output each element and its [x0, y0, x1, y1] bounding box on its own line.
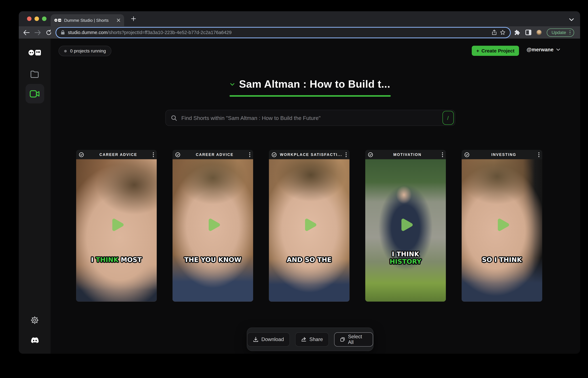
window-controls: [27, 16, 46, 21]
create-project-button[interactable]: + Create Project: [472, 46, 519, 56]
username: @merwane: [527, 47, 553, 53]
projects-running-status: 0 projects running: [58, 46, 112, 56]
search-shortcut-key: /: [442, 111, 454, 125]
bulk-action-bar: Download Share Select All: [247, 327, 374, 351]
short-category: CAREER ADVICE: [182, 152, 247, 157]
project-title-row[interactable]: Sam Altman : How to Build t...: [230, 78, 390, 90]
app-content: 0 projects running + Create Project @mer…: [19, 39, 580, 354]
short-thumbnail[interactable]: I THINKHISTORY: [365, 159, 446, 302]
short-thumbnail[interactable]: SO I THINK: [462, 159, 542, 302]
status-text: 0 projects running: [70, 48, 106, 54]
select-all-button[interactable]: Select All: [334, 332, 373, 346]
short-card-header: CAREER ADVICE: [76, 150, 157, 159]
create-project-label: Create Project: [481, 48, 515, 54]
share-button[interactable]: Share: [295, 332, 329, 346]
toolbar-right-cluster: Update: [514, 28, 576, 37]
short-card-2[interactable]: CAREER ADVICE THE YOU KNOW: [172, 150, 253, 302]
short-caption: I THINK MOST: [76, 256, 157, 264]
check-circle-icon[interactable]: [175, 152, 181, 157]
download-button[interactable]: Download: [247, 332, 290, 346]
shorts-search-bar[interactable]: /: [165, 110, 455, 126]
select-all-icon: [340, 337, 345, 342]
share-page-icon[interactable]: [491, 29, 497, 35]
forward-button[interactable]: [34, 29, 41, 36]
short-card-5[interactable]: INVESTING SO I THINK: [462, 150, 542, 302]
sidebar-item-discord[interactable]: [30, 337, 40, 346]
bookmark-star-icon[interactable]: [500, 29, 505, 35]
main-panel: 0 projects running + Create Project @mer…: [51, 39, 580, 354]
dumme-favicon-icon: [55, 19, 61, 22]
kebab-menu-icon[interactable]: [538, 152, 540, 157]
play-icon[interactable]: [397, 216, 414, 233]
extensions-puzzle-icon[interactable]: [514, 29, 520, 36]
side-panel-icon[interactable]: [525, 29, 531, 35]
short-caption: SO I THINK: [462, 256, 542, 264]
chevron-down-icon: [556, 48, 560, 51]
project-title: Sam Altman : How to Build t...: [239, 78, 390, 90]
short-card-header: WORKPLACE SATISFACTI...: [269, 150, 350, 159]
back-button[interactable]: [22, 29, 30, 36]
title-underline: [230, 95, 391, 97]
chrome-update-button[interactable]: Update: [547, 28, 574, 37]
sidebar-item-shorts-active[interactable]: [25, 84, 44, 103]
sidebar-item-projects[interactable]: [30, 70, 39, 78]
kebab-menu-icon[interactable]: [249, 152, 250, 157]
sidebar-item-settings[interactable]: [30, 316, 39, 326]
new-tab-button[interactable]: [130, 15, 137, 22]
short-card-1[interactable]: CAREER ADVICE I THINK MOST: [76, 150, 157, 302]
gear-icon: [30, 316, 39, 324]
short-caption: THE YOU KNOW: [172, 256, 253, 264]
short-card-3[interactable]: WORKPLACE SATISFACTI... AND SO THE: [269, 150, 350, 302]
browser-window: Dumme Studio | Shorts: [19, 11, 580, 354]
short-category: CAREER ADVICE: [86, 152, 151, 157]
short-thumbnail[interactable]: THE YOU KNOW: [172, 159, 253, 302]
short-thumbnail[interactable]: I THINK MOST: [76, 159, 157, 302]
dumme-logo[interactable]: [28, 50, 41, 55]
url-address-bar[interactable]: studio.dumme.com/shorts?projectId=ff3a3a…: [56, 27, 510, 37]
short-caption: I THINKHISTORY: [365, 250, 446, 265]
desktop: Dumme Studio | Shorts: [0, 0, 588, 378]
minimize-window-button[interactable]: [35, 16, 39, 21]
dumme-logo-circle-icon: [28, 50, 34, 55]
url-domain: studio.dumme.com: [68, 30, 107, 35]
short-thumbnail[interactable]: AND SO THE: [269, 159, 350, 302]
short-card-4[interactable]: MOTIVATION I THINKHISTORY: [365, 150, 446, 302]
play-icon[interactable]: [204, 216, 222, 233]
kebab-menu-icon[interactable]: [153, 152, 154, 157]
tab-search-chevron-icon[interactable]: [569, 16, 574, 23]
select-all-label: Select All: [348, 334, 367, 345]
dumme-logo-square-icon: [35, 50, 41, 55]
close-window-button[interactable]: [27, 16, 31, 21]
short-card-header: INVESTING: [462, 150, 542, 159]
short-category: INVESTING: [471, 152, 536, 157]
fullscreen-window-button[interactable]: [42, 16, 46, 21]
project-header: Sam Altman : How to Build t... /: [51, 78, 570, 126]
status-dot-icon: [64, 50, 67, 52]
app-sidebar: [19, 39, 51, 354]
browser-profile-avatar[interactable]: [536, 29, 542, 35]
url-text: studio.dumme.com/shorts?projectId=ff3a3a…: [68, 30, 489, 35]
kebab-menu-icon[interactable]: [345, 152, 347, 157]
lock-icon: [61, 30, 65, 35]
reload-button[interactable]: [45, 29, 53, 36]
download-icon: [253, 337, 258, 342]
play-icon[interactable]: [108, 216, 125, 233]
user-menu[interactable]: @merwane: [527, 47, 560, 53]
title-chevron-down-icon[interactable]: [230, 83, 235, 86]
check-circle-icon[interactable]: [464, 152, 470, 157]
active-browser-tab[interactable]: Dumme Studio | Shorts: [51, 14, 124, 26]
discord-icon: [30, 337, 40, 344]
check-circle-icon[interactable]: [79, 152, 84, 157]
tab-close-icon[interactable]: [117, 17, 120, 24]
search-input[interactable]: [181, 115, 449, 121]
browser-menu-kebab-icon[interactable]: [569, 30, 570, 35]
video-camera-icon: [29, 90, 40, 98]
kebab-menu-icon[interactable]: [442, 152, 443, 157]
browser-tab-bar: Dumme Studio | Shorts: [19, 11, 580, 26]
play-icon[interactable]: [493, 216, 511, 233]
check-circle-icon[interactable]: [272, 152, 277, 157]
check-circle-icon[interactable]: [368, 152, 373, 157]
short-card-header: CAREER ADVICE: [172, 150, 253, 159]
share-icon: [301, 337, 307, 342]
play-icon[interactable]: [301, 216, 318, 233]
